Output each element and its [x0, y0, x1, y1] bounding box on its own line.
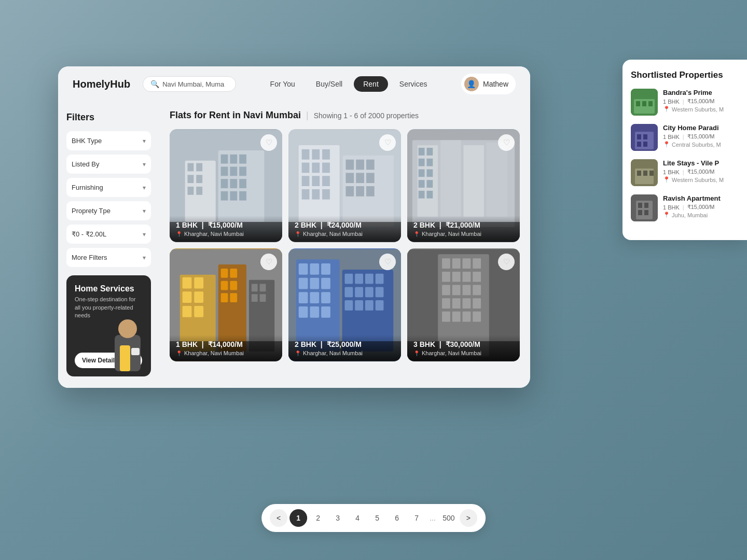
svg-rect-86	[252, 294, 258, 302]
svg-rect-100	[299, 306, 308, 318]
property-card[interactable]: ♡ 3 BHK | ₹30,000/M 📍 Kharghar, Navi Mum…	[407, 248, 520, 361]
svg-rect-96	[321, 278, 330, 289]
home-services-banner: Home Services One-step destination for a…	[66, 275, 151, 376]
shortlisted-location: 📍 Juhu, Mumbai	[663, 212, 739, 218]
heart-button[interactable]: ♡	[260, 254, 277, 270]
user-name: Mathew	[483, 80, 508, 88]
svg-rect-30	[322, 149, 330, 160]
filter-price-label: ₹0 - ₹2.00L	[72, 230, 106, 238]
pagination-page-4[interactable]: 4	[349, 509, 366, 527]
search-bar[interactable]: 🔍	[143, 76, 236, 92]
chevron-down-icon: ▾	[143, 254, 146, 261]
pagination-page-2[interactable]: 2	[309, 509, 327, 527]
shortlisted-item[interactable]: City Home Paradi 1 BHK | ₹15,000/M 📍 Cen…	[631, 124, 739, 151]
filter-listed-by[interactable]: Listed By ▾	[66, 155, 151, 174]
svg-rect-6	[188, 163, 194, 172]
header-divider: |	[306, 110, 309, 121]
search-input[interactable]	[162, 80, 225, 88]
svg-rect-133	[463, 298, 471, 309]
svg-rect-49	[366, 186, 375, 197]
svg-rect-115	[376, 300, 384, 311]
chevron-down-icon: ▾	[143, 231, 146, 238]
shortlisted-thumbnail	[631, 124, 658, 151]
shortlisted-thumbnail	[631, 89, 658, 116]
nav-for-you[interactable]: For You	[261, 76, 305, 92]
svg-rect-70	[183, 277, 192, 289]
heart-button[interactable]: ♡	[498, 134, 515, 151]
filter-more-label: More Filters	[72, 254, 107, 261]
shortlisted-meta: 1 BHK | ₹15,000/M	[663, 98, 739, 105]
pagination-page-3[interactable]: 3	[329, 509, 347, 527]
svg-rect-127	[442, 285, 450, 296]
pagination-page-7[interactable]: 7	[408, 509, 425, 527]
svg-rect-80	[230, 281, 237, 290]
svg-rect-39	[322, 189, 330, 200]
svg-rect-79	[221, 281, 228, 290]
filter-property-type[interactable]: Proprety Tpe ▾	[66, 201, 151, 220]
svg-rect-15	[239, 155, 246, 164]
svg-rect-94	[299, 278, 308, 289]
svg-rect-28	[302, 149, 310, 160]
svg-rect-3	[131, 348, 140, 355]
svg-rect-129	[463, 285, 471, 296]
svg-rect-31	[302, 163, 310, 173]
app-logo: HomelyHub	[73, 78, 130, 90]
svg-rect-105	[355, 274, 363, 284]
shortlisted-name: City Home Paradi	[663, 124, 739, 132]
svg-rect-48	[356, 186, 364, 197]
svg-rect-66	[426, 191, 433, 199]
svg-rect-106	[365, 274, 374, 284]
shortlisted-info: Ravish Apartment 1 BHK | ₹15,000/M 📍 Juh…	[663, 194, 739, 218]
filter-bhk-type[interactable]: BHK Type ▾	[66, 131, 151, 150]
heart-button[interactable]: ♡	[498, 254, 515, 270]
app-card: HomelyHub 🔍 For You Buy/Sell Rent Servic…	[58, 66, 530, 388]
shortlisted-location: 📍 Western Suburbs, M	[663, 176, 739, 183]
svg-rect-110	[365, 287, 374, 297]
svg-rect-7	[196, 163, 202, 172]
svg-rect-61	[419, 169, 425, 177]
property-card[interactable]: ♡ 2 BHK | ₹21,000/M 📍 Kharghar, Navi Mum…	[407, 129, 520, 242]
pagination-next[interactable]: >	[460, 509, 477, 527]
avatar: 👤	[464, 77, 479, 91]
heart-button[interactable]: ♡	[379, 254, 396, 270]
filter-furnishing[interactable]: Furnishing ▾	[66, 178, 151, 197]
pagination-prev[interactable]: <	[270, 509, 287, 527]
heart-button[interactable]: ♡	[379, 134, 396, 151]
nav-services[interactable]: Services	[390, 76, 437, 92]
svg-rect-2	[120, 345, 130, 371]
main-content: Flats for Rent in Navi Mumbai | Showing …	[159, 102, 530, 388]
pagination-page-6[interactable]: 6	[388, 509, 406, 527]
svg-rect-91	[299, 263, 308, 275]
property-card[interactable]: ♡ 1 BHK | ₹15,000/M 📍 Kharghar, Navi Mum…	[170, 129, 282, 242]
nav-buy-sell[interactable]: Buy/Sell	[307, 76, 352, 92]
svg-rect-33	[322, 163, 330, 173]
shortlisted-item[interactable]: Ravish Apartment 1 BHK | ₹15,000/M 📍 Juh…	[631, 194, 739, 221]
filter-price[interactable]: ₹0 - ₹2.00L ▾	[66, 225, 151, 244]
svg-rect-74	[183, 306, 192, 317]
heart-button[interactable]: ♡	[260, 134, 277, 151]
pagination-page-5[interactable]: 5	[368, 509, 386, 527]
nav-links: For You Buy/Sell Rent Services	[244, 76, 453, 92]
pagination-page-500[interactable]: 500	[440, 509, 458, 527]
pagination-page-1[interactable]: 1	[289, 509, 307, 527]
shortlisted-item[interactable]: Lite Stays - Vile P 1 BHK | ₹15,000/M 📍 …	[631, 159, 739, 186]
svg-rect-134	[473, 298, 481, 309]
card-price: 2 BHK | ₹25,000/M	[295, 340, 395, 348]
shortlisted-item[interactable]: Bandra's Prime 1 BHK | ₹15,000/M 📍 Weste…	[631, 89, 739, 116]
property-card[interactable]: ♡ 1 BHK | ₹14,000/M 📍 Kharghar, Navi Mum…	[170, 248, 282, 361]
property-card[interactable]: ♡ 2 BHK | ₹24,000/M 📍 Kharghar, Navi Mum…	[288, 129, 401, 242]
svg-rect-38	[312, 189, 320, 200]
page-header: Flats for Rent in Navi Mumbai | Showing …	[170, 110, 520, 121]
user-badge[interactable]: 👤 Mathew	[461, 74, 516, 94]
svg-rect-144	[648, 101, 653, 106]
pagination-ellipsis: ...	[427, 514, 438, 522]
filter-more[interactable]: More Filters ▾	[66, 248, 151, 267]
property-card[interactable]: ♡ 2 BHK | ₹25,000/M 📍 Kharghar, Navi Mum…	[288, 248, 401, 361]
card-location: 📍 Kharghar, Navi Mumbai	[295, 231, 395, 237]
nav-rent[interactable]: Rent	[354, 76, 388, 92]
svg-rect-71	[194, 277, 203, 289]
pagination: < 1 2 3 4 5 6 7 ... 500 >	[261, 504, 486, 532]
results-count: Showing 1 - 6 of 2000 properties	[314, 111, 419, 120]
card-info: 1 BHK | ₹14,000/M 📍 Kharghar, Navi Mumba…	[170, 335, 282, 361]
filters-title: Filters	[66, 112, 151, 123]
